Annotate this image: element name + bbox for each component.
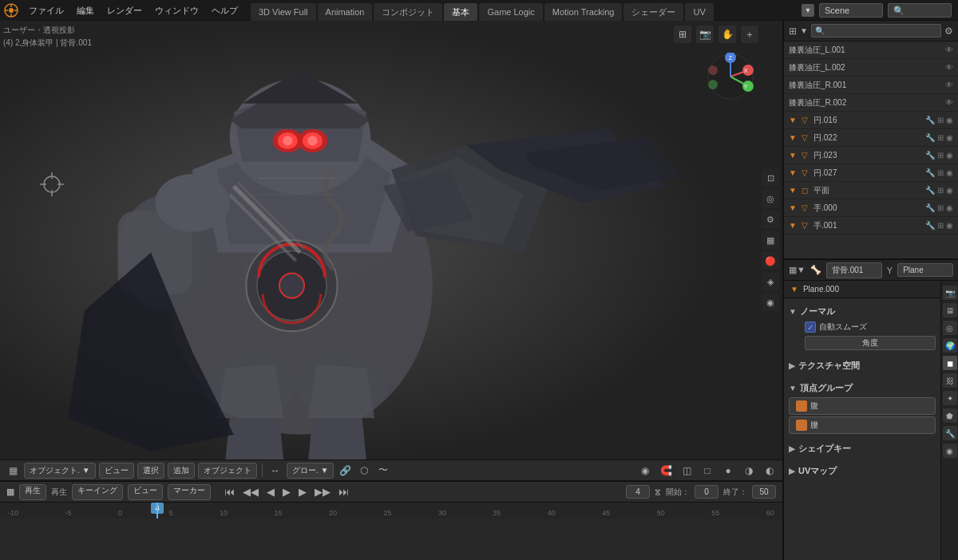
outliner-filter2-icon[interactable]: ⚙: [944, 26, 953, 37]
props-icon-view[interactable]: ◎: [943, 321, 957, 335]
tab-motion-tracking[interactable]: Motion Tracking: [544, 3, 623, 21]
props-icon-constraint[interactable]: ⛓: [943, 373, 957, 388]
shading-icon-1[interactable]: □: [699, 463, 715, 479]
viewport-camera-icon[interactable]: 📷: [696, 26, 714, 43]
wrench-icon[interactable]: 🔧: [925, 116, 935, 124]
props-icon-object[interactable]: ◼: [943, 356, 957, 370]
object-button[interactable]: オブジェクト: [198, 463, 257, 479]
vis-icon[interactable]: ⊞: [937, 116, 944, 124]
normal-section-header[interactable]: ▼ ノーマル: [789, 303, 936, 319]
props-icon-particle[interactable]: ✦: [943, 391, 957, 405]
timeline-body[interactable]: [0, 519, 782, 560]
prev-keyframe-icon[interactable]: ◀: [264, 486, 277, 498]
jump-end-icon[interactable]: ⏭: [336, 486, 351, 498]
render-icon[interactable]: ◉: [946, 203, 953, 212]
tab-game-logic[interactable]: Game Logic: [479, 3, 542, 21]
viewport-side-icon-4[interactable]: ▦: [762, 231, 779, 249]
tab-3dview-full[interactable]: 3D View Full: [251, 3, 316, 21]
visibility-icon[interactable]: 👁: [945, 81, 953, 89]
viewport-side-icon-3[interactable]: ⚙: [762, 211, 779, 228]
wrench-icon[interactable]: 🔧: [925, 133, 935, 142]
transform-button[interactable]: グロー.▼: [287, 463, 335, 479]
list-item[interactable]: ▼ ▽ 円.023 🔧 ⊞ ◉: [784, 147, 958, 164]
curve-icon[interactable]: 〜: [375, 463, 391, 479]
next-keyframe-icon[interactable]: ▶: [296, 486, 309, 498]
props-icon-material[interactable]: ◉: [943, 444, 957, 458]
play-icon[interactable]: ▶: [280, 486, 293, 498]
tab-uv[interactable]: UV: [685, 3, 713, 21]
vis-icon[interactable]: ⊞: [937, 203, 944, 212]
visibility-icon[interactable]: 👁: [945, 45, 953, 54]
menu-window[interactable]: ウィンドウ: [148, 0, 205, 21]
list-item[interactable]: 膝裏油圧_R.002 👁: [784, 94, 958, 112]
vertex-group-item-1[interactable]: 腰: [789, 416, 936, 434]
vis-icon[interactable]: ⊞: [937, 221, 944, 230]
viewport-side-icon-6[interactable]: ◈: [762, 273, 779, 290]
outliner-search-input[interactable]: [811, 24, 941, 37]
props-dropdown-icon1[interactable]: ▦▼: [789, 265, 806, 275]
props-icon-render[interactable]: 📷: [943, 286, 957, 300]
wrench-icon[interactable]: 🔧: [925, 168, 935, 177]
viewport-mode-icon[interactable]: ▦: [5, 463, 21, 479]
transform-icon[interactable]: ↔: [267, 463, 283, 479]
shape-keys-header[interactable]: ▶ シェイプキー: [789, 440, 936, 456]
view-button[interactable]: ビュー: [99, 463, 134, 479]
props-mesh-name[interactable]: Plane: [897, 263, 953, 277]
shading-icon-4[interactable]: ◐: [762, 463, 778, 479]
uv-map-header[interactable]: ▶ UVマップ: [789, 463, 936, 479]
proportional-edit-icon[interactable]: ◉: [637, 463, 653, 479]
marker-button[interactable]: マーカー: [168, 484, 211, 500]
scene-dropdown-icon[interactable]: ▼: [802, 4, 814, 17]
list-item[interactable]: ▼ ▽ 手.001 🔧 ⊞ ◉: [784, 217, 958, 235]
viewport-side-icon-2[interactable]: ◎: [762, 190, 779, 207]
current-frame[interactable]: 4: [626, 485, 650, 499]
viewport-hand-icon[interactable]: ✋: [718, 26, 736, 43]
viewport-side-icon-7[interactable]: ◉: [762, 294, 779, 311]
render-icon[interactable]: ◉: [946, 168, 953, 177]
add-button[interactable]: 追加: [168, 463, 195, 479]
viewport-grid-icon[interactable]: ⊞: [674, 26, 691, 43]
shading-icon-3[interactable]: ◑: [741, 463, 757, 479]
render-icon[interactable]: ◉: [946, 133, 953, 142]
list-item[interactable]: ▼ ▽ 手.000 🔧 ⊞ ◉: [784, 199, 958, 217]
vis-icon[interactable]: ⊞: [937, 151, 944, 160]
outliner-filter-icon[interactable]: ▼: [800, 26, 808, 35]
props-icon-output[interactable]: 🖥: [943, 303, 957, 317]
end-frame[interactable]: 50: [752, 485, 776, 499]
viewport-side-icon-1[interactable]: ⊡: [762, 169, 779, 187]
tab-basic[interactable]: 基本: [444, 3, 477, 21]
wrench-icon[interactable]: 🔧: [925, 186, 935, 195]
list-item[interactable]: 膝裏油圧_R.001 👁: [784, 77, 958, 94]
wrench-icon[interactable]: 🔧: [925, 151, 935, 160]
wrench-icon[interactable]: 🔧: [925, 203, 935, 212]
wrench-icon[interactable]: 🔧: [925, 221, 935, 230]
render-icon[interactable]: ◉: [946, 151, 953, 160]
vertex-group-item-0[interactable]: 腹: [789, 397, 936, 415]
props-filter-icon[interactable]: ▼: [790, 285, 798, 294]
snap-icon[interactable]: 🧲: [658, 463, 674, 479]
next-frame-icon[interactable]: ▶▶: [312, 486, 333, 498]
vis-icon[interactable]: ⊞: [937, 168, 944, 177]
vis-icon[interactable]: ⊞: [937, 133, 944, 142]
list-item[interactable]: 膝裏油圧_L.001 👁: [784, 41, 958, 59]
keying-button[interactable]: キーイング: [72, 484, 123, 500]
vertex-groups-header[interactable]: ▼ 頂点グループ: [789, 380, 936, 396]
list-item[interactable]: ▼ ▽ 円.027 🔧 ⊞ ◉: [784, 164, 958, 182]
list-item[interactable]: ▼ ◻ 平面 🔧 ⊞ ◉: [784, 182, 958, 199]
list-item[interactable]: ▼ ▽ 円.022 🔧 ⊞ ◉: [784, 129, 958, 147]
link-icon[interactable]: 🔗: [337, 463, 353, 479]
props-icon-physics[interactable]: ⬟: [943, 408, 957, 423]
list-item[interactable]: 膝裏油圧_L.002 👁: [784, 59, 958, 77]
texture-space-header[interactable]: ▶ テクスチャ空間: [789, 357, 936, 373]
render-icon[interactable]: ◉: [946, 116, 953, 124]
tab-compositing[interactable]: コンポジット: [374, 3, 442, 21]
keyframe-icon[interactable]: ⧖: [655, 487, 661, 497]
shading-icon-2[interactable]: ●: [720, 463, 736, 479]
view-tl-button[interactable]: ビュー: [128, 484, 163, 500]
select-button[interactable]: 選択: [137, 463, 164, 479]
timeline-ruler[interactable]: 4 -10 -5 0 5 10 15 20 25 30 35 40 45 50 …: [0, 503, 782, 519]
axis-gizmo[interactable]: X Y Z: [707, 53, 754, 101]
tab-animation[interactable]: Animation: [318, 3, 373, 21]
menu-render[interactable]: レンダー: [101, 0, 148, 21]
tab-shader[interactable]: シェーダー: [623, 3, 683, 21]
